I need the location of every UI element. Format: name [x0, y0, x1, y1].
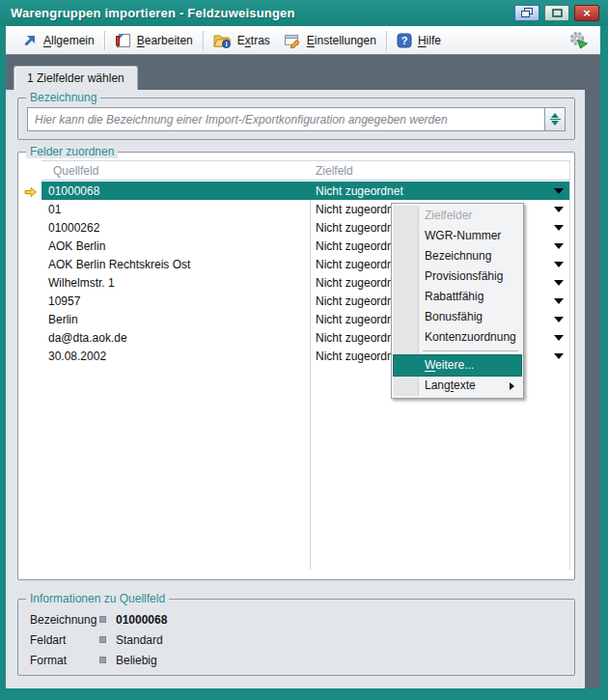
dropdown-arrow-icon[interactable]: [554, 188, 564, 194]
bullet-square-icon: [99, 616, 106, 623]
toolbar-button-extras[interactable]: Extras: [207, 31, 277, 50]
edit-notebook-icon: [115, 33, 131, 48]
dropdown-arrow-icon[interactable]: [554, 225, 564, 231]
row-quellfeld: 01000068: [41, 184, 310, 198]
window-controls: ×: [514, 5, 599, 21]
info-value: Beliebig: [116, 654, 157, 667]
row-quellfeld: 01000262: [41, 221, 310, 235]
toolbar-button-allgemein[interactable]: Allgemein: [15, 31, 101, 50]
toolbar-button-bearbeiten[interactable]: Bearbeiten: [108, 31, 200, 50]
info-row-feldart: FeldartStandard: [18, 630, 574, 650]
toolbar-separator: [104, 31, 105, 50]
svg-text:?: ?: [401, 35, 408, 46]
table-row[interactable]: 01000068Nicht zugeordnet: [41, 182, 569, 200]
bezeichnung-combo-input[interactable]: Hier kann die Bezeichnung einer Import-/…: [27, 107, 566, 131]
menu-item-wgr-nummer[interactable]: WGR-Nummer: [394, 226, 521, 246]
folder-info-icon: [213, 33, 232, 48]
toolbar-separator: [386, 31, 387, 50]
info-rows: Bezeichnung01000068FeldartStandardFormat…: [18, 609, 574, 670]
bezeichnung-groupbox: Bezeichnung Hier kann die Bezeichnung ei…: [17, 98, 575, 140]
zielfeld-dropdown-menu: ZielfelderWGR-NummerBezeichnungProvision…: [391, 203, 524, 399]
titlebar: Warengruppen importieren - Feldzuweisung…: [0, 0, 608, 26]
info-label: Format: [30, 654, 99, 667]
spin-up-icon: [551, 113, 559, 118]
toolbar-button-label: Allgemein: [43, 34, 95, 47]
toolbar-button-einstellungen[interactable]: Einstellungen: [277, 31, 383, 50]
bullet-square-icon: [99, 636, 106, 643]
toolbar-button-hilfe[interactable]: ?Hilfe: [390, 31, 448, 50]
column-header-zielfeld[interactable]: Zielfeld: [310, 164, 569, 178]
row-quellfeld: AOK Berlin: [41, 239, 310, 253]
menu-separator: [423, 350, 518, 352]
toolbar-right: [568, 31, 591, 49]
restore-icon: [521, 8, 534, 18]
row-quellfeld: Berlin: [41, 313, 310, 326]
close-button[interactable]: ×: [574, 5, 599, 21]
menu-item-zielfelder: Zielfelder: [394, 206, 521, 226]
row-quellfeld: 01: [41, 203, 310, 216]
help-icon: ?: [397, 33, 412, 48]
row-quellfeld: Wilhelmstr. 1: [41, 276, 310, 290]
toolbar-button-label: Extras: [237, 34, 270, 47]
toolbar: AllgemeinBearbeitenExtrasEinstellungen?H…: [6, 26, 600, 55]
row-zielfeld-value: Nicht zugeordnet: [316, 184, 403, 198]
felder-group-label: Felder zuordnen: [26, 145, 118, 158]
row-quellfeld: da@dta.aok.de: [41, 331, 310, 345]
spin-down-icon: [551, 121, 559, 126]
menu-item-langtexte[interactable]: Langtexte: [394, 376, 521, 396]
arrow-up-right-icon: [22, 33, 38, 48]
toolbar-button-label: Einstellungen: [307, 34, 376, 47]
dropdown-arrow-icon[interactable]: [554, 207, 564, 212]
dropdown-arrow-icon[interactable]: [554, 280, 564, 286]
toolbar-separator: [203, 31, 204, 50]
menu-item-kontenzuordnung[interactable]: Kontenzuordnung: [394, 327, 521, 348]
row-quellfeld: 30.08.2002: [41, 350, 310, 363]
dropdown-arrow-icon[interactable]: [554, 317, 564, 322]
maximize-button[interactable]: [544, 5, 569, 21]
info-label: Bezeichnung: [30, 613, 99, 627]
window-title: Warengruppen importieren - Feldzuweisung…: [0, 6, 295, 20]
bullet-square-icon: [99, 657, 106, 663]
close-icon: ×: [583, 7, 591, 19]
dropdown-arrow-icon[interactable]: [554, 298, 564, 304]
info-row-bezeichnung: Bezeichnung01000068: [18, 609, 574, 630]
dropdown-arrow-icon[interactable]: [554, 353, 564, 359]
toolbar-items: AllgemeinBearbeitenExtrasEinstellungen?H…: [15, 31, 448, 50]
selected-row-arrow-icon: [24, 184, 38, 196]
row-quellfeld: AOK Berlin Rechtskreis Ost: [41, 258, 310, 271]
menu-item-bonusf-hig[interactable]: Bonusfähig: [394, 307, 521, 327]
window-icon: [552, 9, 563, 17]
toolbar-button-label: Bearbeiten: [137, 34, 193, 47]
menu-item-rabattf-hig[interactable]: Rabattfähig: [394, 287, 521, 307]
bezeichnung-placeholder: Hier kann die Bezeichnung einer Import-/…: [28, 108, 544, 130]
informationen-group-label: Informationen zu Quellfeld: [26, 592, 169, 605]
dropdown-arrow-icon[interactable]: [554, 243, 564, 249]
submenu-arrow-icon: [510, 382, 514, 390]
settings-form-icon: [284, 33, 301, 48]
column-header-quellfeld[interactable]: Quellfeld: [41, 164, 310, 178]
bezeichnung-group-label: Bezeichnung: [26, 91, 100, 104]
menu-item-weitere[interactable]: Weitere...: [394, 355, 521, 376]
row-zielfeld-dropdown[interactable]: Nicht zugeordnet: [310, 182, 569, 200]
info-value: 01000068: [116, 613, 167, 627]
gear-run-icon[interactable]: [568, 31, 589, 49]
dropdown-arrow-icon[interactable]: [554, 262, 564, 267]
table-header: Quellfeld Zielfeld: [41, 160, 569, 181]
info-label: Feldart: [30, 633, 99, 647]
row-quellfeld: 10957: [41, 294, 310, 308]
informationen-groupbox: Informationen zu Quellfeld Bezeichnung01…: [17, 599, 575, 676]
menu-item-provisionsf-hig[interactable]: Provisionsfähig: [394, 266, 521, 287]
info-value: Standard: [116, 633, 163, 647]
bezeichnung-spinner[interactable]: [544, 108, 565, 130]
toolbar-button-label: Hilfe: [418, 34, 441, 47]
restore-button[interactable]: [514, 5, 539, 21]
tab-zielfelder-waehlen[interactable]: 1 Zielfelder wählen: [14, 66, 138, 90]
menu-item-bezeichnung[interactable]: Bezeichnung: [394, 246, 521, 266]
spinner-divider: [550, 119, 561, 120]
info-row-format: FormatBeliebig: [18, 650, 574, 670]
dropdown-arrow-icon[interactable]: [554, 335, 564, 341]
app-window: Warengruppen importieren - Feldzuweisung…: [0, 0, 608, 700]
